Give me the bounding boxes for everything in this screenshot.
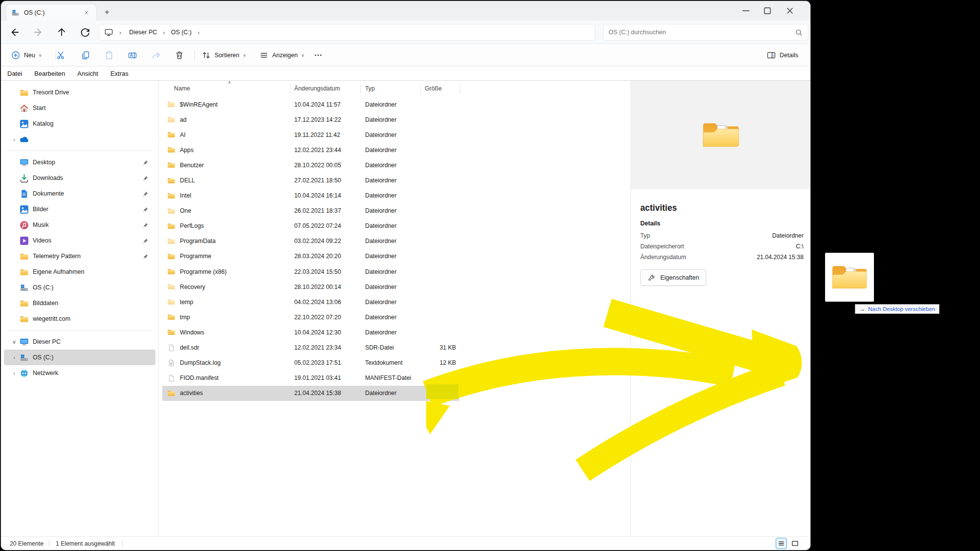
- thumbnail-view-button[interactable]: [789, 538, 801, 549]
- details-view-button[interactable]: [776, 538, 787, 549]
- file-type: Dateiordner: [365, 234, 396, 249]
- column-header-size[interactable]: Größe: [425, 85, 442, 92]
- file-row[interactable]: ad 17.12.2023 14:22 Dateiordner: [162, 112, 631, 127]
- file-type: Dateiordner: [365, 249, 396, 264]
- sidebar-item[interactable]: Katalog: [4, 116, 155, 132]
- chevron-icon[interactable]: ∨: [11, 339, 18, 345]
- back-button[interactable]: [9, 26, 21, 38]
- sidebar-item[interactable]: Downloads: [4, 170, 155, 186]
- column-divider[interactable]: [360, 84, 361, 94]
- sidebar-item[interactable]: Musik: [4, 217, 155, 233]
- item-icon: [20, 299, 29, 308]
- detail-label: Typ: [640, 232, 650, 243]
- file-row[interactable]: DumpStack.log 05.02.2023 17:51 Textdokum…: [162, 355, 631, 371]
- cut-button[interactable]: [53, 48, 69, 63]
- file-row[interactable]: Programme 28.03.2024 20:20 Dateiordner: [162, 249, 631, 264]
- sidebar-item[interactable]: Videos: [4, 233, 155, 248]
- file-row[interactable]: Intel 10.04.2024 16:14 Dateiordner: [162, 188, 631, 203]
- file-date: 27.02.2021 18:50: [294, 173, 341, 188]
- item-icon: [20, 267, 29, 277]
- breadcrumb-item[interactable]: OS (C:): [169, 28, 194, 37]
- paste-button[interactable]: [101, 48, 117, 63]
- file-row[interactable]: tmp 22.10.2022 07:20 Dateiordner: [162, 309, 631, 325]
- tab-close-icon[interactable]: [82, 8, 91, 18]
- view-button[interactable]: Anzeigen ∨: [255, 48, 308, 63]
- breadcrumb[interactable]: › Dieser PC › OS (C:) ›: [99, 24, 595, 41]
- file-row[interactable]: ProgramData 03.02.2024 09:22 Dateiordner: [162, 234, 631, 249]
- close-button[interactable]: [784, 5, 796, 17]
- menu-item[interactable]: Datei: [7, 68, 27, 79]
- delete-button[interactable]: [171, 48, 188, 63]
- file-row[interactable]: Apps 12.02.2021 23:44 Dateiordner: [162, 142, 631, 157]
- sidebar-item[interactable]: Tresorit Drive: [4, 85, 155, 100]
- sidebar-item[interactable]: wiegetritt.com: [4, 311, 155, 327]
- sidebar-item[interactable]: Start: [4, 100, 155, 116]
- menu-item[interactable]: Extras: [110, 68, 134, 79]
- file-name: Programme: [180, 253, 211, 260]
- navigation-sidebar: Tresorit Drive Start Katalog: [1, 81, 158, 538]
- new-button[interactable]: Neu ∨: [7, 48, 46, 63]
- file-row[interactable]: Windows 10.04.2024 12:30 Dateiordner: [162, 325, 631, 340]
- refresh-button[interactable]: [79, 26, 91, 38]
- column-divider[interactable]: [420, 84, 421, 94]
- sidebar-tree-item[interactable]: › OS (C:): [4, 350, 155, 365]
- chevron-icon[interactable]: ›: [11, 354, 18, 360]
- file-size: [411, 234, 456, 249]
- more-button[interactable]: [310, 48, 327, 63]
- file-row[interactable]: Programme (x86) 22.03.2024 15:50 Dateior…: [162, 264, 631, 279]
- dragged-folder-ghost[interactable]: [825, 253, 874, 302]
- column-header-date[interactable]: Änderungsdatum: [294, 85, 340, 92]
- sidebar-item[interactable]: Eigene Aufnahmen: [4, 264, 155, 280]
- sidebar-item[interactable]: Desktop: [4, 154, 155, 170]
- copy-button[interactable]: [77, 48, 94, 63]
- properties-button[interactable]: Eigenschaften: [640, 269, 706, 286]
- menu-item[interactable]: Ansicht: [77, 68, 104, 79]
- minimize-button[interactable]: [740, 5, 752, 17]
- breadcrumb-separator: ›: [115, 29, 125, 36]
- new-tab-button[interactable]: +: [101, 6, 113, 19]
- file-row[interactable]: temp 04.02.2024 13:06 Dateiordner: [162, 294, 631, 309]
- column-header-name[interactable]: Name: [174, 85, 190, 92]
- up-button[interactable]: [56, 26, 67, 38]
- file-row[interactable]: activities 21.04.2024 15:38 Dateiordner: [162, 386, 631, 401]
- details-pane-toggle[interactable]: Details: [762, 48, 802, 63]
- sort-button[interactable]: Sortieren ∨: [197, 48, 250, 63]
- file-row[interactable]: AI 19.11.2022 11:42 Dateiordner: [162, 127, 631, 142]
- sidebar-item[interactable]: Dokumente: [4, 186, 155, 201]
- file-row[interactable]: DELL 27.02.2021 18:50 Dateiordner: [162, 173, 631, 188]
- sidebar-item[interactable]: Bilder: [4, 201, 155, 217]
- file-row[interactable]: FIOD.manifest 19.01.2021 03:41 MANIFEST-…: [162, 371, 631, 386]
- column-divider[interactable]: [290, 84, 290, 94]
- share-button[interactable]: [148, 48, 164, 63]
- file-row[interactable]: PerfLogs 07.05.2022 07:24 Dateiordner: [162, 219, 631, 234]
- column-divider[interactable]: [460, 84, 460, 94]
- file-row[interactable]: dell.sdr 12.02.2021 23:34 SDR-Datei 31 K…: [162, 340, 631, 355]
- file-size: [411, 249, 456, 264]
- sidebar-item[interactable]: ›: [4, 132, 155, 147]
- breadcrumb-item[interactable]: Dieser PC: [127, 28, 159, 37]
- menu-item[interactable]: Bearbeiten: [34, 68, 70, 79]
- search-input[interactable]: [609, 29, 795, 36]
- maximize-button[interactable]: [762, 5, 773, 17]
- file-row[interactable]: One 26.02.2021 18:37 Dateiordner: [162, 203, 631, 219]
- chevron-icon[interactable]: ›: [11, 370, 18, 376]
- sidebar-item[interactable]: Bilddaten: [4, 295, 155, 311]
- sidebar-tree-item[interactable]: ∨ Dieser PC: [4, 334, 155, 350]
- forward-button[interactable]: [32, 26, 44, 38]
- chevron-icon[interactable]: ›: [11, 136, 18, 142]
- sidebar-tree-item[interactable]: › Netzwerk: [4, 365, 155, 381]
- file-date: 05.02.2023 17:51: [294, 355, 341, 371]
- search-box[interactable]: [603, 24, 808, 41]
- item-icon: [20, 283, 29, 292]
- file-date: 28.10.2022 00:14: [294, 279, 341, 294]
- file-row[interactable]: Recovery 28.10.2022 00:14 Dateiordner: [162, 279, 631, 294]
- file-type-icon: [167, 146, 175, 154]
- file-row[interactable]: $WinREAgent 10.04.2024 11:57 Dateiordner: [162, 97, 631, 112]
- tab-os-c[interactable]: OS (C:): [6, 4, 97, 21]
- file-type: Dateiordner: [365, 279, 396, 294]
- sidebar-item[interactable]: OS (C:): [4, 280, 155, 295]
- file-row[interactable]: Benutzer 28.10.2022 00:05 Dateiordner: [162, 157, 631, 173]
- sidebar-item[interactable]: Telemetry Pattern: [4, 248, 155, 264]
- column-header-type[interactable]: Typ: [365, 85, 375, 92]
- rename-button[interactable]: [124, 48, 141, 63]
